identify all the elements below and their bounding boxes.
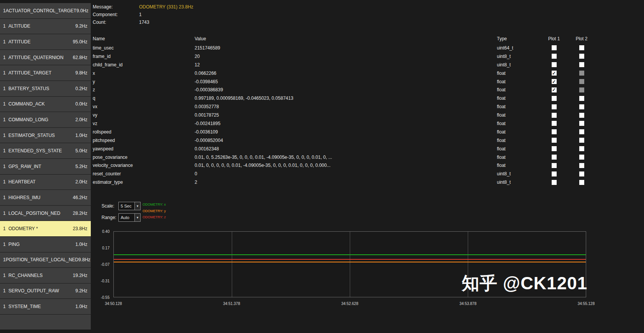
system-id: 1 [0,164,8,169]
plot2-cell [568,121,595,126]
plot1-checkbox-y[interactable]: ✓ [552,79,557,84]
series-line-z [114,259,586,260]
plot2-cell [568,79,595,84]
message-name: ATTITUDE_QUATERNION [8,55,73,60]
field-name: yawspeed [93,146,195,152]
plot1-checkbox-pose_covariance[interactable] [552,155,557,160]
table-row-vy: vy0.00178725float [93,111,595,119]
field-type: float [497,104,540,109]
plot2-checkbox-vz[interactable] [579,121,584,126]
sidebar-item-highres-imu[interactable]: 1HIGHRES_IMU46.2Hz [0,190,91,205]
plot1-checkbox-vy[interactable] [552,113,557,118]
sidebar-item-odometry[interactable]: 1ODOMETRY *23.8Hz [0,221,91,236]
sidebar-item-command-long[interactable]: 1COMMAND_LONG2.0Hz [0,112,91,127]
range-dropdown[interactable]: Auto ▼ [118,213,141,222]
sidebar-item-servo-output-raw[interactable]: 1SERVO_OUTPUT_RAW9.2Hz [0,284,91,299]
message-name: EXTENDED_SYS_STATE [8,148,75,153]
plot1-checkbox-time_usec[interactable] [552,45,557,50]
table-row-velocity_covariance: velocity_covariance0.01, 0, 0, 0, 0, 0, … [93,161,595,170]
count-value: 1743 [139,20,149,25]
x-tick-label: 34:52.628 [341,302,359,306]
message-name: PING [8,242,75,247]
sidebar-item-position-target-local-ned[interactable]: 1POSITION_TARGET_LOCAL_NED9.8Hz [0,252,91,268]
message-rate: 46.2Hz [73,195,91,200]
field-value: 0.01, 0, 0, 0, 0, 0, 0.01, -4.09005e-35,… [195,163,497,168]
plot2-checkbox-rollspeed[interactable] [579,129,584,134]
system-id: 1 [0,273,8,278]
message-rate: 23.8Hz [73,226,91,231]
plot2-cell [568,87,595,92]
message-rate: 9.2Hz [75,288,91,293]
sidebar-item-attitude-quaternion[interactable]: 1ATTITUDE_QUATERNION62.8Hz [0,50,91,65]
sidebar-item-gps-raw-int[interactable]: 1GPS_RAW_INT5.2Hz [0,159,91,174]
x-axis-labels: 34:50.12834:51.37834:52.62834:53.87834:5… [113,302,586,307]
plot1-cell [540,96,568,101]
plot2-cell [568,155,595,160]
plot2-checkbox-child_frame_id[interactable] [579,62,584,67]
sidebar-item-system-time[interactable]: 1SYSTEM_TIME1.0Hz [0,299,91,314]
plot1-checkbox-estimator_type[interactable] [552,180,557,185]
plot1-checkbox-q[interactable] [552,96,557,101]
field-type: uint64_t [497,45,540,51]
field-name: y [93,79,195,84]
plot1-checkbox-x[interactable]: ✓ [552,71,557,76]
plot2-checkbox-vx[interactable] [579,104,584,109]
y-tick-label: -0.31 [94,279,110,283]
plot1-checkbox-yawspeed[interactable] [552,146,557,151]
sidebar-item-partial[interactable] [0,315,91,330]
message-name: HIGHRES_IMU [8,195,73,200]
system-id: 1 [0,148,8,153]
sidebar-item-estimator-status[interactable]: 1ESTIMATOR_STATUS1.0Hz [0,128,91,143]
message-name: HEARTBEAT [8,179,75,185]
message-name: LOCAL_POSITION_NED [8,211,73,216]
sidebar-item-attitude-target[interactable]: 1ATTITUDE_TARGET9.8Hz [0,65,91,81]
message-name: RC_CHANNELS [8,273,73,278]
plot2-cell [568,129,595,134]
plot2-checkbox-pose_covariance[interactable] [579,155,584,160]
plot2-checkbox-reset_counter[interactable] [579,171,584,176]
plot1-cell [540,138,568,143]
plot2-checkbox-vy[interactable] [579,113,584,118]
plot1-checkbox-vz[interactable] [552,121,557,126]
plot1-checkbox-vx[interactable] [552,104,557,109]
message-name: ATTITUDE [8,39,73,45]
plot1-checkbox-frame_id[interactable] [552,54,557,59]
message-rate: 0.2Hz [75,86,91,91]
message-rate: 1.0Hz [75,133,91,138]
sidebar-item-attitude[interactable]: 1ATTITUDE95.0Hz [0,34,91,49]
sidebar-item-extended-sys-state[interactable]: 1EXTENDED_SYS_STATE5.0Hz [0,143,91,158]
field-name: child_frame_id [93,62,195,68]
scale-dropdown[interactable]: 5 Sec ▼ [118,202,141,210]
plot2-checkbox-estimator_type[interactable] [579,180,584,185]
plot1-checkbox-child_frame_id[interactable] [552,62,557,67]
plot2-checkbox-frame_id[interactable] [579,54,584,59]
plot1-checkbox-z[interactable]: ✓ [552,87,557,92]
plot2-checkbox-velocity_covariance[interactable] [579,163,584,168]
plot2-checkbox-yawspeed[interactable] [579,146,584,151]
message-rate: 1.0Hz [75,304,91,309]
x-tick-label: 34:55.128 [578,302,595,306]
message-name: ALTITUDE [8,23,75,29]
sidebar-item-command-ack[interactable]: 1COMMAND_ACK0.0Hz [0,97,91,112]
plot1-checkbox-velocity_covariance[interactable] [552,163,557,168]
field-type: float [497,146,540,152]
sidebar-item-actuator-control-target[interactable]: 1ACTUATOR_CONTROL_TARGET9.0Hz [0,3,91,18]
message-name: BATTERY_STATUS [8,86,75,91]
range-row: Range: Auto ▼ [102,213,141,223]
sidebar-item-ping[interactable]: 1PING1.0Hz [0,237,91,252]
plot1-checkbox-rollspeed[interactable] [552,129,557,134]
sidebar-item-altitude[interactable]: 1ALTITUDE9.2Hz [0,19,91,34]
plot2-checkbox-time_usec[interactable] [579,45,584,50]
plot1-checkbox-pitchspeed[interactable] [552,138,557,143]
plot2-checkbox-q[interactable] [579,96,584,101]
sidebar-item-heartbeat[interactable]: 1HEARTBEAT2.0Hz [0,175,91,190]
scale-dropdown-value: 5 Sec [119,202,134,210]
plot1-cell [540,146,568,151]
plot2-checkbox-pitchspeed[interactable] [579,138,584,143]
message-rate: 19.2Hz [73,273,91,278]
sidebar-item-local-position-ned[interactable]: 1LOCAL_POSITION_NED28.2Hz [0,206,91,221]
sidebar-item-rc-channels[interactable]: 1RC_CHANNELS19.2Hz [0,268,91,283]
sidebar-item-battery-status[interactable]: 1BATTERY_STATUS0.2Hz [0,81,91,96]
plot1-checkbox-reset_counter[interactable] [552,171,557,176]
legend-item-z: ODOMETRY: z [143,215,166,222]
